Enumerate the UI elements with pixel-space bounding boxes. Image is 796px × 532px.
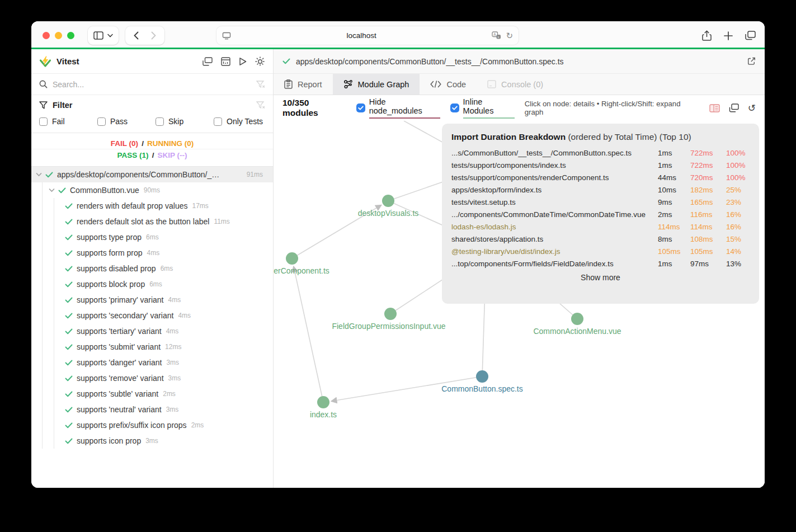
test-time: 4ms xyxy=(178,312,191,319)
test-row[interactable]: supports 'danger' variant3ms xyxy=(31,355,273,370)
self-time: 8ms xyxy=(658,233,690,246)
checked-checkbox-icon[interactable] xyxy=(450,103,459,112)
module-node-CommonButtonSpec[interactable] xyxy=(476,370,488,383)
reset-graph-icon[interactable]: ↺ xyxy=(748,103,756,113)
tab-module-graph[interactable]: Module Graph xyxy=(333,74,420,95)
module-graph-canvas[interactable]: desktopVisuals.tserComponent.tsFieldGrou… xyxy=(274,121,765,488)
duration-table-row[interactable]: apps/desktop/form/index.ts10ms182ms25% xyxy=(451,184,750,196)
test-row[interactable]: supports 'neutral' variant3ms xyxy=(31,402,273,417)
percent: 100% xyxy=(726,159,750,172)
test-file-time: 91ms xyxy=(247,171,263,178)
tab-overview-icon[interactable] xyxy=(745,31,756,40)
duration-table-row[interactable]: tests/support/components/index.ts1ms722m… xyxy=(451,159,750,172)
duration-table-row[interactable]: tests/support/components/renderComponent… xyxy=(451,172,750,184)
panel-title: Import Duration Breakdown (ordered by To… xyxy=(451,132,750,142)
share-icon[interactable] xyxy=(702,30,712,41)
test-row[interactable]: supports 'secondary' variant4ms xyxy=(31,308,273,323)
clear-filter-icon[interactable] xyxy=(256,81,265,88)
tab-console-0[interactable]: Console (0) xyxy=(477,74,554,95)
pass-check-icon xyxy=(65,391,73,397)
test-row[interactable]: supports 'subtle' variant2ms xyxy=(31,386,273,402)
test-row[interactable]: supports 'primary' variant4ms xyxy=(31,292,273,308)
theme-toggle-sun-icon[interactable] xyxy=(255,57,265,67)
import-duration-panel: Import Duration Breakdown (ordered by To… xyxy=(442,124,759,304)
module-node-desktopVisuals[interactable] xyxy=(382,195,394,207)
test-row[interactable]: supports type prop6ms xyxy=(31,229,273,245)
test-row[interactable]: supports 'tertiary' variant4ms xyxy=(31,323,273,339)
duration-table-row[interactable]: tests/vitest.setup.ts9ms165ms23% xyxy=(451,196,750,209)
checkbox-icon[interactable] xyxy=(97,117,106,126)
total-time: 720ms xyxy=(690,172,726,184)
minimize-window-button[interactable] xyxy=(55,32,62,39)
pass-check-icon xyxy=(65,360,73,366)
node-details-reader-icon[interactable] xyxy=(709,104,720,112)
chevron-down-icon[interactable] xyxy=(49,188,55,192)
test-suite-row[interactable]: CommonButton.vue 90ms xyxy=(31,182,273,198)
pass-check-icon xyxy=(65,250,73,256)
checked-checkbox-icon[interactable] xyxy=(356,103,365,112)
test-time: 3ms xyxy=(166,359,179,366)
module-node-index[interactable] xyxy=(317,396,329,408)
duration-table-row[interactable]: .../components/CommonDateTime/CommonDate… xyxy=(451,209,750,221)
filter-checkbox-skip[interactable]: Skip xyxy=(156,117,214,126)
test-row[interactable]: supports form prop4ms xyxy=(31,245,273,261)
toggle-hide-node-modules[interactable]: Hide node_modules xyxy=(356,97,440,119)
zoom-window-button[interactable] xyxy=(67,32,74,39)
back-button[interactable] xyxy=(128,28,145,43)
pass-check-icon xyxy=(65,234,73,241)
test-label: supports 'danger' variant xyxy=(77,358,162,367)
running-count: RUNNING (0) xyxy=(147,139,194,148)
filter-checkbox-fail[interactable]: Fail xyxy=(39,117,97,126)
test-row[interactable]: supports 'remove' variant3ms xyxy=(31,370,273,386)
duration-table-row[interactable]: shared/stores/application.ts8ms108ms15% xyxy=(451,233,750,246)
address-bar[interactable]: localhost Ax ↻ xyxy=(216,26,519,45)
browser-sidebar-toggle[interactable] xyxy=(88,26,119,45)
filter-checkbox-only-tests[interactable]: Only Tests xyxy=(214,117,263,126)
duration-table-row[interactable]: ...s/CommonButton/__tests__/CommonButton… xyxy=(451,147,750,159)
tab-code[interactable]: Code xyxy=(420,74,477,95)
browser-window: localhost Ax ↻ Vitest xyxy=(31,21,765,488)
duration-table-row[interactable]: @testing-library/vue/dist/index.js105ms1… xyxy=(451,246,750,258)
duration-table-row[interactable]: ...top/components/Form/fields/FieldDate/… xyxy=(451,258,750,270)
module-node-renderComponent[interactable] xyxy=(286,252,298,265)
forward-button[interactable] xyxy=(145,28,162,43)
test-row[interactable]: renders with default prop values17ms xyxy=(31,198,273,214)
tab-report[interactable]: Report xyxy=(274,74,333,95)
test-row[interactable]: supports block prop6ms xyxy=(31,276,273,292)
open-external-icon[interactable] xyxy=(747,57,756,65)
filter-checkbox-pass[interactable]: Pass xyxy=(97,117,156,126)
test-row[interactable]: supports icon prop3ms xyxy=(31,433,273,449)
total-time: 722ms xyxy=(690,159,726,172)
toggle-inline-modules[interactable]: Inline Modules xyxy=(450,97,515,119)
pass-check-icon xyxy=(65,407,73,413)
test-row[interactable]: supports prefix/suffix icon props2ms xyxy=(31,417,273,433)
chevron-down-icon[interactable] xyxy=(36,172,42,177)
test-row[interactable]: supports disabled prop6ms xyxy=(31,261,273,276)
run-all-icon[interactable] xyxy=(239,57,247,66)
report-icon xyxy=(284,79,293,89)
checkbox-icon[interactable] xyxy=(214,117,222,126)
reload-icon[interactable]: ↻ xyxy=(506,31,513,41)
module-node-CommonActionMenu[interactable] xyxy=(571,313,583,325)
module-node-FieldGroupPermissionsInput[interactable] xyxy=(384,308,397,320)
checkbox-icon[interactable] xyxy=(156,117,164,126)
translate-icon[interactable]: Ax xyxy=(492,31,501,40)
module-path: tests/support/components/index.ts xyxy=(451,159,658,172)
pass-check-icon xyxy=(65,438,73,444)
new-tab-icon[interactable] xyxy=(724,31,733,40)
filter-clear-icon[interactable] xyxy=(256,101,265,109)
test-row[interactable]: renders default slot as the button label… xyxy=(31,214,273,229)
checkbox-icon[interactable] xyxy=(39,117,48,126)
expand-graph-icon[interactable] xyxy=(729,103,739,112)
test-file-row[interactable]: apps/desktop/components/CommonButton/_… … xyxy=(31,167,273,182)
search-input[interactable] xyxy=(53,80,251,89)
duration-table-row[interactable]: lodash-es/lodash.js114ms114ms16% xyxy=(451,221,750,233)
show-more-link[interactable]: Show more xyxy=(451,273,750,282)
dashboard-icon[interactable] xyxy=(221,57,230,66)
self-time: 1ms xyxy=(658,258,690,270)
filter-option-label: Skip xyxy=(168,117,183,126)
collapse-panels-icon[interactable] xyxy=(202,57,213,66)
test-row[interactable]: supports 'submit' variant12ms xyxy=(31,339,273,355)
close-window-button[interactable] xyxy=(43,32,50,39)
module-path: ...top/components/Form/fields/FieldDate/… xyxy=(451,258,658,270)
